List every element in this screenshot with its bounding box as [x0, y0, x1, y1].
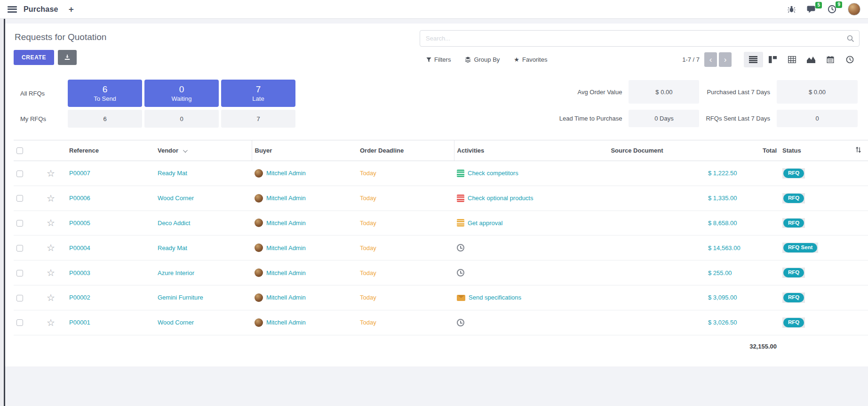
buyer-link[interactable]: Mitchell Admin — [266, 319, 306, 326]
activity-list-icon[interactable] — [457, 219, 464, 227]
star-icon[interactable]: ☆ — [47, 243, 55, 253]
star-icon[interactable]: ☆ — [47, 317, 55, 328]
my-late-tile[interactable]: 7 — [221, 110, 295, 128]
pivot-view-icon — [788, 56, 796, 63]
activity-clock-icon[interactable] — [457, 244, 464, 252]
row-checkbox[interactable] — [16, 245, 23, 252]
adjust-columns-icon — [855, 146, 862, 153]
kanban-view-button[interactable] — [763, 52, 782, 67]
main-content: Requests for Quotation CREATE Filters — [5, 24, 868, 366]
debug-bug-icon[interactable] — [788, 5, 796, 13]
tile-late[interactable]: 7 Late — [221, 80, 295, 107]
total-amount: $ 255.00 — [708, 269, 732, 276]
messages-icon[interactable]: 5 — [807, 5, 816, 14]
row-checkbox[interactable] — [16, 295, 23, 301]
messages-badge: 5 — [815, 2, 822, 8]
header-vendor[interactable]: Vendor — [155, 140, 252, 161]
reference-link[interactable]: P00007 — [69, 170, 90, 177]
buyer-link[interactable]: Mitchell Admin — [266, 269, 306, 276]
control-panel: Requests for Quotation CREATE Filters — [14, 30, 860, 67]
header-buyer[interactable]: Buyer — [252, 140, 357, 161]
activity-clock-icon[interactable] — [457, 269, 464, 276]
status-badge: RFQ — [782, 218, 805, 228]
order-deadline: Today — [360, 294, 376, 301]
activity-link[interactable]: Check optional products — [468, 195, 533, 202]
activity-link[interactable]: Send specifications — [469, 294, 521, 301]
app-name[interactable]: Purchase — [24, 5, 58, 14]
star-icon[interactable]: ☆ — [47, 193, 55, 203]
list-view-button[interactable] — [744, 52, 763, 67]
activity-link[interactable]: Get approval — [468, 219, 502, 227]
row-checkbox[interactable] — [16, 319, 23, 326]
buyer-link[interactable]: Mitchell Admin — [266, 294, 306, 301]
vendor-link[interactable]: Gemini Furniture — [158, 294, 203, 301]
graph-view-button[interactable] — [802, 52, 821, 67]
reference-link[interactable]: P00005 — [69, 219, 90, 227]
export-button[interactable] — [58, 50, 77, 65]
activity-clock-icon[interactable] — [457, 319, 464, 326]
star-icon[interactable]: ☆ — [47, 168, 55, 179]
activity-link[interactable]: Check competitors — [468, 170, 518, 177]
table-footer-row: 32,155.00 — [14, 335, 868, 357]
buyer-link[interactable]: Mitchell Admin — [266, 195, 306, 202]
table-row: ☆ P00002 Gemini Furniture Mitchell Admin… — [14, 285, 868, 310]
buyer-link[interactable]: Mitchell Admin — [266, 244, 306, 252]
star-icon[interactable]: ☆ — [47, 292, 55, 303]
search-icon[interactable] — [847, 35, 854, 42]
purchased-last-7-days: $ 0.00 — [777, 80, 858, 104]
my-to-send-tile[interactable]: 6 — [68, 110, 142, 128]
row-checkbox[interactable] — [16, 270, 23, 276]
group-by-button[interactable]: Group By — [465, 56, 500, 63]
select-all-checkbox[interactable] — [16, 147, 23, 154]
tile-to-send[interactable]: 6 To Send — [68, 80, 142, 107]
header-reference[interactable]: Reference — [66, 140, 155, 161]
tile-waiting[interactable]: 0 Waiting — [144, 80, 219, 107]
user-avatar[interactable] — [848, 3, 860, 16]
activity-list-icon[interactable] — [457, 170, 464, 177]
buyer-link[interactable]: Mitchell Admin — [266, 170, 306, 177]
header-status[interactable]: Status — [780, 140, 835, 161]
star-icon[interactable]: ☆ — [47, 218, 55, 228]
star-icon[interactable]: ☆ — [47, 268, 55, 278]
activity-mail-icon[interactable] — [457, 295, 465, 301]
row-checkbox[interactable] — [16, 171, 23, 177]
reference-link[interactable]: P00003 — [69, 269, 90, 276]
header-activities[interactable]: Activities — [454, 140, 569, 161]
favorite-star-icon: ★ — [514, 56, 519, 63]
vendor-link[interactable]: Ready Mat — [158, 244, 187, 252]
vendor-link[interactable]: Ready Mat — [158, 170, 187, 177]
pivot-view-button[interactable] — [782, 52, 802, 67]
my-waiting-tile[interactable]: 0 — [144, 110, 219, 128]
activity-list-icon[interactable] — [457, 195, 464, 202]
pager-prev-button[interactable]: ‹ — [704, 52, 717, 67]
vendor-link[interactable]: Azure Interior — [158, 269, 194, 276]
row-checkbox[interactable] — [16, 220, 23, 227]
status-badge: RFQ — [782, 193, 805, 203]
vendor-link[interactable]: Wood Corner — [158, 319, 194, 326]
buyer-avatar — [255, 268, 263, 277]
pager-next-button[interactable]: › — [719, 52, 732, 67]
rfqs-sent-value: 0 — [777, 110, 858, 127]
vendor-link[interactable]: Wood Corner — [158, 195, 194, 202]
filters-button[interactable]: Filters — [426, 56, 451, 63]
activities-clock-icon[interactable]: 9 — [828, 5, 836, 14]
header-source-document[interactable]: Source Document — [569, 140, 705, 161]
new-tab-icon[interactable]: + — [69, 5, 74, 14]
row-checkbox[interactable] — [16, 195, 23, 202]
reference-link[interactable]: P00006 — [69, 195, 90, 202]
favorites-button[interactable]: ★ Favorites — [514, 56, 547, 63]
reference-link[interactable]: P00004 — [69, 244, 90, 252]
buyer-link[interactable]: Mitchell Admin — [266, 219, 306, 227]
activity-view-button[interactable] — [840, 52, 860, 67]
header-total[interactable]: Total — [705, 140, 780, 161]
calendar-view-button[interactable] — [821, 52, 840, 67]
reference-link[interactable]: P00001 — [69, 319, 90, 326]
apps-menu-icon[interactable] — [8, 6, 17, 13]
vendor-link[interactable]: Deco Addict — [158, 219, 190, 227]
optional-columns-button[interactable] — [835, 140, 868, 161]
create-button[interactable]: CREATE — [14, 50, 54, 65]
status-badge: RFQ — [782, 168, 805, 179]
reference-link[interactable]: P00002 — [69, 294, 90, 301]
header-order-deadline[interactable]: Order Deadline — [357, 140, 454, 161]
search-input[interactable] — [426, 35, 847, 42]
